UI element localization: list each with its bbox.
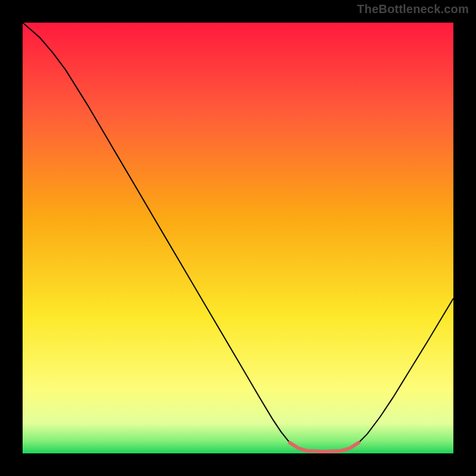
watermark-text: TheBottleneck.com	[357, 2, 469, 16]
gradient-background	[23, 23, 453, 453]
plot-area	[23, 23, 453, 453]
plot-svg	[23, 23, 453, 453]
chart-frame: TheBottleneck.com	[0, 0, 476, 476]
